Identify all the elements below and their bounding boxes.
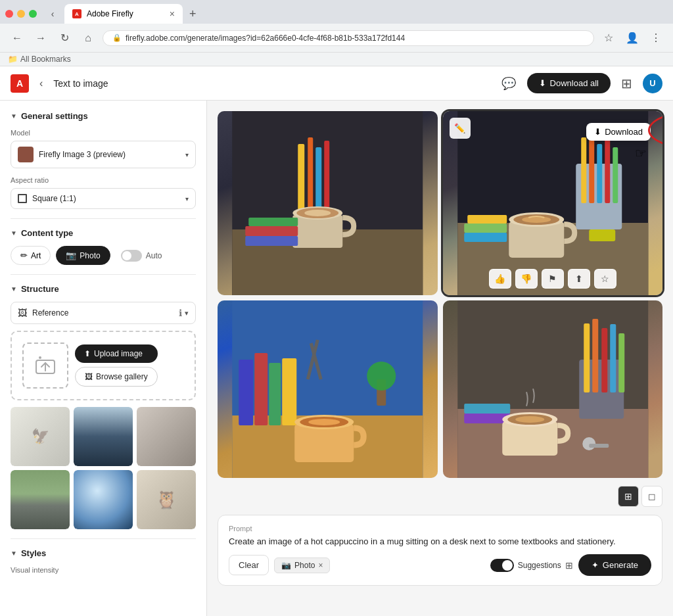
photo-tag-icon: 📷 (281, 561, 291, 570)
prompt-text: Create an image of a hot cappuccino in a… (229, 536, 651, 546)
back-btn[interactable]: ← (8, 29, 26, 47)
grid-view-btn[interactable]: ⊞ (618, 486, 639, 507)
tab-close-btn[interactable]: × (170, 9, 175, 19)
structure-header[interactable]: ▼ Structure (11, 284, 196, 294)
aspect-ratio-section: Aspect ratio Square (1:1) ▾ (11, 176, 196, 209)
photo-label: Photo (80, 251, 100, 260)
browser-navbar: ← → ↻ ⌂ 🔒 firefly.adobe.com/generate/ima… (0, 24, 673, 53)
forward-btn[interactable]: → (32, 29, 50, 47)
share-btn[interactable]: ⬆ (568, 269, 590, 289)
svg-rect-45 (294, 424, 354, 462)
download-btn[interactable]: ⬇ Download (586, 123, 651, 141)
model-thumbnail (18, 147, 34, 162)
svg-rect-33 (589, 229, 615, 241)
new-tab-btn[interactable]: + (185, 7, 200, 21)
sample-thumb-3[interactable] (137, 407, 196, 466)
menu-btn[interactable]: ⋮ (647, 29, 665, 47)
download-btn-label: Download (605, 127, 643, 137)
browse-gallery-btn[interactable]: 🖼 Browse gallery (75, 367, 158, 387)
flag-btn[interactable]: ⚑ (542, 269, 564, 289)
window-maximize-btn[interactable] (29, 10, 37, 18)
content-type-header[interactable]: ▼ Content type (11, 228, 196, 238)
svg-rect-26 (509, 222, 564, 258)
apps-grid-btn[interactable]: ⊞ (618, 73, 635, 94)
reference-icon: 🖼 (18, 308, 27, 318)
svg-rect-22 (597, 144, 602, 203)
svg-rect-53 (592, 319, 598, 392)
main-layout: ▼ General settings Model Firefly Image 3… (0, 101, 673, 616)
photo-btn[interactable]: 📷 Photo (56, 246, 110, 265)
page-title: Text to image (53, 78, 108, 89)
art-label: Art (31, 251, 41, 260)
browser-tab[interactable]: A Adobe Firefly × (64, 4, 183, 24)
svg-point-48 (308, 419, 340, 425)
thumbs-down-btn[interactable]: 👎 (515, 269, 538, 289)
upload-image-label: Upload image (94, 349, 143, 358)
art-icon: ✏ (20, 250, 28, 260)
window-close-btn[interactable] (5, 10, 13, 18)
gallery-icon: 🖼 (85, 372, 93, 381)
model-select[interactable]: Firefly Image 3 (preview) ▾ (11, 141, 196, 168)
tab-prev-btn[interactable]: ‹ (43, 5, 62, 23)
single-view-btn[interactable]: ◻ (641, 486, 662, 507)
photo-tag-label: Photo (294, 561, 315, 570)
image-card-4[interactable] (443, 300, 663, 478)
window-minimize-btn[interactable] (17, 10, 25, 18)
general-settings-title: General settings (21, 111, 88, 121)
image-card-3[interactable] (218, 300, 438, 478)
svg-rect-39 (282, 358, 296, 425)
svg-rect-15 (245, 226, 298, 236)
svg-rect-30 (464, 233, 507, 242)
generate-btn[interactable]: ✦ Generate (578, 554, 651, 576)
suggestions-toggle-control[interactable] (490, 559, 514, 572)
content-type-title: Content type (21, 228, 73, 238)
svg-rect-10 (292, 215, 342, 248)
styles-header[interactable]: ▼ Styles (11, 548, 196, 558)
header-back-btn[interactable]: ‹ (37, 75, 45, 92)
auto-toggle-knob (122, 251, 131, 260)
download-all-btn[interactable]: ⬇ Download all (527, 73, 611, 93)
suggestions-icon[interactable]: ⊞ (565, 560, 573, 571)
image-2-edit-btn[interactable]: ✏️ (450, 118, 471, 139)
reference-row[interactable]: 🖼 Reference ℹ ▾ (11, 302, 196, 324)
home-btn[interactable]: ⌂ (79, 29, 97, 47)
upload-image-btn[interactable]: ⬆ Upload image (75, 344, 158, 363)
reference-info-btn[interactable]: ℹ (179, 308, 182, 318)
star-btn[interactable]: ☆ (594, 269, 616, 289)
tab-title: Adobe Firefly (87, 9, 133, 18)
sample-thumb-1[interactable]: 🦅 (11, 407, 70, 466)
upload-placeholder (22, 343, 68, 389)
auto-toggle[interactable] (121, 250, 142, 262)
reload-btn[interactable]: ↻ (55, 29, 74, 47)
thumbs-up-btn[interactable]: 👍 (489, 269, 511, 289)
art-btn[interactable]: ✏ Art (11, 246, 51, 265)
address-bar[interactable]: 🔒 firefly.adobe.com/generate/images?id=6… (103, 30, 594, 46)
reference-dropdown-btn[interactable]: ▾ (185, 309, 189, 318)
section-divider-1 (11, 218, 196, 219)
svg-rect-37 (254, 353, 267, 425)
svg-rect-56 (618, 333, 624, 392)
structure-title: Structure (21, 284, 59, 294)
general-settings-header[interactable]: ▼ General settings (11, 111, 196, 121)
content-type-chevron: ▼ (11, 229, 17, 237)
bookmarks-bar: 📁 All Bookmarks (0, 53, 673, 66)
sample-thumb-6[interactable]: 🦉 (137, 470, 196, 529)
profile-btn[interactable]: 👤 (623, 29, 641, 47)
download-icon: ⬇ (539, 78, 546, 88)
aspect-ratio-select[interactable]: Square (1:1) ▾ (11, 188, 196, 209)
image-card-2[interactable]: ✏️ ⬇ Download ☞ 👍 � (443, 111, 663, 295)
image-card-1[interactable] (218, 111, 438, 295)
clear-btn[interactable]: Clear (229, 555, 269, 575)
user-avatar[interactable]: U (643, 74, 662, 93)
bookmark-btn[interactable]: ☆ (599, 29, 618, 47)
app-header: A ‹ Text to image 💬 ⬇ Download all ⊞ U (0, 66, 673, 101)
suggestions-toggle-knob (502, 560, 513, 571)
sample-thumb-5[interactable] (74, 470, 133, 529)
sample-thumb-4[interactable] (11, 470, 70, 529)
sample-thumb-2[interactable] (74, 407, 133, 466)
svg-rect-38 (269, 363, 281, 425)
aspect-ratio-value: Square (1:1) (32, 194, 180, 203)
chat-btn[interactable]: 💬 (498, 73, 519, 94)
prompt-actions: Clear 📷 Photo × Suggestions ⊞ (229, 554, 651, 576)
photo-tag-close[interactable]: × (318, 561, 323, 570)
